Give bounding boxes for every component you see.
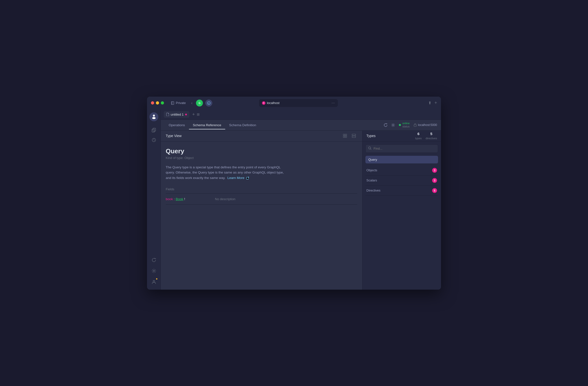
- svg-point-14: [393, 124, 394, 125]
- sidebar-bottom: [150, 255, 158, 287]
- book-icon: [171, 101, 174, 105]
- svg-rect-16: [343, 134, 345, 136]
- status-dot: [399, 124, 401, 126]
- svg-rect-18: [343, 136, 345, 137]
- minimize-button[interactable]: [156, 101, 159, 105]
- type-view-header: Type View: [161, 131, 362, 141]
- svg-text:i: i: [208, 102, 209, 105]
- types-counts: 6 types 5 directives: [415, 132, 437, 140]
- tab-schema-reference[interactable]: Schema Reference: [189, 121, 225, 129]
- lock-icon: [414, 123, 417, 127]
- search-input[interactable]: [374, 147, 435, 150]
- field-name: book : Book !: [166, 197, 215, 201]
- nav-tabs: Operations Schema Reference Schema Defin…: [161, 120, 441, 131]
- sidebar-item-copy[interactable]: [150, 126, 158, 134]
- info-icon[interactable]: i: [205, 100, 212, 107]
- svg-point-13: [153, 280, 155, 282]
- svg-point-12: [153, 270, 154, 271]
- sidebar-item-settings[interactable]: [150, 267, 158, 275]
- svg-point-6: [151, 114, 157, 120]
- sidebar-item-profile[interactable]: [150, 278, 158, 286]
- list-icon: [352, 134, 356, 138]
- svg-rect-10: [153, 128, 156, 131]
- address-more-icon[interactable]: ···: [331, 101, 335, 105]
- tab-unsaved-dot: [185, 114, 187, 115]
- type-detail: Query Kind of type: Object The Query typ…: [161, 141, 362, 290]
- settings-indicator[interactable]: [391, 123, 395, 127]
- svg-rect-15: [414, 125, 416, 126]
- sidebar-item-history[interactable]: [150, 136, 158, 144]
- logo-icon: [150, 114, 157, 120]
- tab-operations[interactable]: Operations: [165, 121, 189, 129]
- directives-count-num: 5: [426, 132, 437, 136]
- list-item[interactable]: Scalars 3: [365, 176, 438, 186]
- editor-area: untitled 1 + ⊞ Operations Schema Referen…: [161, 110, 441, 290]
- grid-view-button[interactable]: [341, 132, 348, 139]
- close-button[interactable]: [151, 101, 154, 105]
- refresh-indicator[interactable]: [384, 123, 387, 127]
- search-icon: [368, 146, 372, 151]
- menu-icon[interactable]: ⊞: [197, 113, 200, 116]
- svg-rect-21: [352, 136, 356, 137]
- maximize-button[interactable]: [161, 101, 164, 105]
- tab-bar: untitled 1 + ⊞: [161, 110, 441, 120]
- directives-count-label: directives: [426, 137, 437, 140]
- private-button[interactable]: Private: [169, 100, 188, 106]
- svg-rect-19: [345, 136, 347, 137]
- address-bar[interactable]: ● localhost ···: [259, 99, 338, 107]
- category-name: Objects: [366, 168, 377, 172]
- schema-view: Type View: [161, 131, 362, 290]
- svg-point-22: [369, 147, 371, 149]
- search-box[interactable]: [365, 144, 438, 153]
- history-icon: [152, 138, 156, 142]
- main-container: untitled 1 + ⊞ Operations Schema Referen…: [147, 110, 441, 290]
- field-type[interactable]: Book: [176, 197, 184, 201]
- type-list: Objects 3 Scalars 3 Directives 5: [362, 165, 441, 290]
- directives-count-item: 5 directives: [426, 132, 437, 140]
- list-item[interactable]: Directives 5: [365, 186, 438, 196]
- title-bar-right: ⬆ +: [428, 100, 437, 106]
- share-icon[interactable]: ⬆: [428, 101, 431, 105]
- new-tab-icon[interactable]: +: [434, 100, 437, 106]
- type-name: Query: [166, 147, 357, 155]
- table-row: book : Book ! No description: [166, 194, 357, 204]
- category-badge: 5: [432, 188, 437, 193]
- refresh-icon: [152, 258, 156, 262]
- svg-rect-0: [171, 102, 174, 105]
- settings-icon: [152, 269, 156, 273]
- profile-icon: [152, 279, 156, 284]
- types-count-label: types: [415, 137, 421, 140]
- list-item[interactable]: Objects 3: [365, 165, 438, 176]
- svg-rect-20: [352, 134, 356, 136]
- tab-untitled[interactable]: untitled 1: [164, 111, 189, 118]
- refresh-small-icon: [384, 123, 387, 127]
- category-name: Scalars: [366, 179, 377, 182]
- svg-point-7: [153, 115, 155, 116]
- category-badge: 3: [432, 168, 437, 173]
- field-key: book: [166, 197, 173, 201]
- endpoint-badge: localhost:5000: [414, 123, 437, 127]
- types-count-num: 6: [415, 132, 421, 136]
- svg-text:G: G: [198, 102, 200, 105]
- sidebar-item-refresh[interactable]: [150, 256, 158, 264]
- tab-schema-definition[interactable]: Schema Definition: [225, 121, 260, 129]
- learn-more-link[interactable]: Learn More: [227, 176, 249, 180]
- type-kind: Kind of type: Object: [166, 156, 357, 160]
- gear-small-icon: [391, 123, 395, 127]
- favicon: ●: [262, 101, 265, 105]
- list-view-button[interactable]: [350, 132, 357, 139]
- add-tab-icon[interactable]: +: [192, 112, 195, 117]
- types-count-item: 6 types: [415, 132, 421, 140]
- type-description: The Query type is a special type that de…: [166, 165, 284, 181]
- g-icon: G: [197, 101, 201, 105]
- back-button[interactable]: ‹: [190, 100, 193, 106]
- category-name: Directives: [366, 189, 380, 192]
- notification-badge: [156, 278, 158, 280]
- copy-icon: [152, 128, 156, 132]
- status-text-wrap: online status: [402, 122, 409, 128]
- svg-rect-17: [345, 134, 347, 136]
- query-selected-item[interactable]: Query: [365, 156, 438, 163]
- app-window: Private ‹ G i ● localhost ···: [147, 97, 441, 290]
- sidebar: [147, 110, 161, 290]
- field-description: No description: [215, 197, 235, 201]
